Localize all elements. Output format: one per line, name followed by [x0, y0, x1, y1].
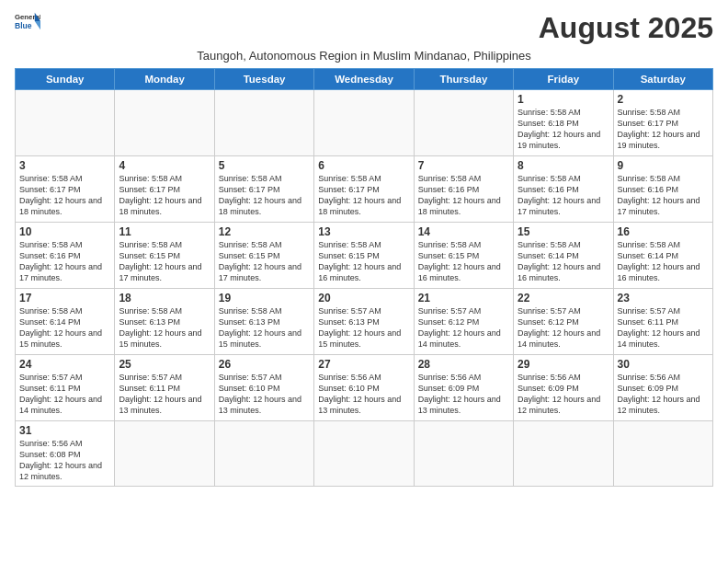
day-number: 13 — [318, 225, 409, 238]
day-cell: 9Sunrise: 5:58 AM Sunset: 6:16 PM Daylig… — [613, 156, 712, 223]
day-cell — [414, 90, 513, 156]
days-header-row: SundayMondayTuesdayWednesdayThursdayFrid… — [16, 69, 713, 90]
day-cell: 20Sunrise: 5:57 AM Sunset: 6:13 PM Dayli… — [314, 289, 414, 355]
day-cell — [115, 90, 214, 156]
day-info: Sunrise: 5:58 AM Sunset: 6:16 PM Dayligh… — [518, 173, 609, 218]
day-header-sunday: Sunday — [16, 69, 115, 90]
header-row: General Blue August 2025 — [15, 11, 713, 45]
svg-marker-3 — [35, 21, 40, 29]
day-header-friday: Friday — [514, 69, 613, 90]
logo-icon: General Blue — [15, 11, 40, 31]
day-info: Sunrise: 5:58 AM Sunset: 6:16 PM Dayligh… — [418, 173, 509, 218]
day-info: Sunrise: 5:57 AM Sunset: 6:12 PM Dayligh… — [418, 305, 509, 350]
day-cell: 3Sunrise: 5:58 AM Sunset: 6:17 PM Daylig… — [16, 156, 115, 223]
day-cell: 13Sunrise: 5:58 AM Sunset: 6:15 PM Dayli… — [314, 223, 414, 289]
day-info: Sunrise: 5:57 AM Sunset: 6:11 PM Dayligh… — [19, 372, 110, 417]
day-number: 29 — [518, 358, 609, 371]
day-cell: 4Sunrise: 5:58 AM Sunset: 6:17 PM Daylig… — [115, 156, 214, 223]
week-row-3: 10Sunrise: 5:58 AM Sunset: 6:16 PM Dayli… — [16, 223, 713, 289]
day-number: 1 — [518, 93, 609, 106]
day-info: Sunrise: 5:57 AM Sunset: 6:11 PM Dayligh… — [618, 305, 709, 350]
day-info: Sunrise: 5:57 AM Sunset: 6:12 PM Dayligh… — [518, 305, 609, 350]
day-number: 9 — [618, 159, 709, 172]
calendar-page: General Blue August 2025 Taungoh, Autono… — [0, 0, 728, 494]
day-cell: 14Sunrise: 5:58 AM Sunset: 6:15 PM Dayli… — [414, 223, 513, 289]
day-info: Sunrise: 5:57 AM Sunset: 6:10 PM Dayligh… — [219, 372, 310, 417]
day-cell — [613, 421, 712, 487]
day-cell — [214, 90, 313, 156]
day-number: 5 — [219, 159, 310, 172]
day-cell: 10Sunrise: 5:58 AM Sunset: 6:16 PM Dayli… — [16, 223, 115, 289]
day-cell — [214, 421, 313, 487]
day-info: Sunrise: 5:56 AM Sunset: 6:10 PM Dayligh… — [318, 372, 409, 417]
day-info: Sunrise: 5:58 AM Sunset: 6:17 PM Dayligh… — [19, 173, 110, 218]
day-cell — [16, 90, 115, 156]
week-row-6: 31Sunrise: 5:56 AM Sunset: 6:08 PM Dayli… — [16, 421, 713, 487]
day-cell — [314, 90, 414, 156]
day-cell: 5Sunrise: 5:58 AM Sunset: 6:17 PM Daylig… — [214, 156, 313, 223]
day-cell: 8Sunrise: 5:58 AM Sunset: 6:16 PM Daylig… — [514, 156, 613, 223]
day-header-monday: Monday — [115, 69, 214, 90]
day-number: 16 — [618, 225, 709, 238]
day-number: 24 — [19, 358, 110, 371]
day-cell: 18Sunrise: 5:58 AM Sunset: 6:13 PM Dayli… — [115, 289, 214, 355]
day-info: Sunrise: 5:56 AM Sunset: 6:09 PM Dayligh… — [618, 372, 709, 417]
day-info: Sunrise: 5:58 AM Sunset: 6:16 PM Dayligh… — [19, 239, 110, 284]
calendar-table: SundayMondayTuesdayWednesdayThursdayFrid… — [15, 68, 713, 487]
day-info: Sunrise: 5:58 AM Sunset: 6:17 PM Dayligh… — [318, 173, 409, 218]
day-number: 4 — [119, 159, 210, 172]
day-number: 3 — [19, 159, 110, 172]
day-number: 20 — [318, 292, 409, 304]
day-info: Sunrise: 5:58 AM Sunset: 6:15 PM Dayligh… — [418, 239, 509, 284]
logo: General Blue — [15, 11, 40, 31]
day-cell: 17Sunrise: 5:58 AM Sunset: 6:14 PM Dayli… — [16, 289, 115, 355]
day-cell: 21Sunrise: 5:57 AM Sunset: 6:12 PM Dayli… — [414, 289, 513, 355]
day-cell — [514, 421, 613, 487]
day-info: Sunrise: 5:56 AM Sunset: 6:09 PM Dayligh… — [418, 372, 509, 417]
day-number: 26 — [219, 358, 310, 371]
day-number: 11 — [119, 225, 210, 238]
week-row-5: 24Sunrise: 5:57 AM Sunset: 6:11 PM Dayli… — [16, 355, 713, 421]
day-cell: 19Sunrise: 5:58 AM Sunset: 6:13 PM Dayli… — [214, 289, 313, 355]
day-number: 17 — [19, 292, 110, 304]
day-cell: 31Sunrise: 5:56 AM Sunset: 6:08 PM Dayli… — [16, 421, 115, 487]
day-info: Sunrise: 5:58 AM Sunset: 6:13 PM Dayligh… — [119, 305, 210, 350]
day-info: Sunrise: 5:56 AM Sunset: 6:09 PM Dayligh… — [518, 372, 609, 417]
day-number: 21 — [418, 292, 509, 304]
day-info: Sunrise: 5:58 AM Sunset: 6:14 PM Dayligh… — [618, 239, 709, 284]
day-cell: 6Sunrise: 5:58 AM Sunset: 6:17 PM Daylig… — [314, 156, 414, 223]
day-cell — [115, 421, 214, 487]
day-number: 31 — [19, 424, 110, 437]
day-cell: 11Sunrise: 5:58 AM Sunset: 6:15 PM Dayli… — [115, 223, 214, 289]
day-header-tuesday: Tuesday — [214, 69, 313, 90]
day-number: 19 — [219, 292, 310, 304]
day-cell: 12Sunrise: 5:58 AM Sunset: 6:15 PM Dayli… — [214, 223, 313, 289]
day-number: 10 — [19, 225, 110, 238]
day-cell: 29Sunrise: 5:56 AM Sunset: 6:09 PM Dayli… — [514, 355, 613, 421]
day-cell — [314, 421, 414, 487]
day-info: Sunrise: 5:58 AM Sunset: 6:15 PM Dayligh… — [318, 239, 409, 284]
day-number: 8 — [518, 159, 609, 172]
day-cell: 27Sunrise: 5:56 AM Sunset: 6:10 PM Dayli… — [314, 355, 414, 421]
day-number: 15 — [518, 225, 609, 238]
day-cell: 15Sunrise: 5:58 AM Sunset: 6:14 PM Dayli… — [514, 223, 613, 289]
day-number: 28 — [418, 358, 509, 371]
day-info: Sunrise: 5:58 AM Sunset: 6:17 PM Dayligh… — [219, 173, 310, 218]
day-cell: 2Sunrise: 5:58 AM Sunset: 6:17 PM Daylig… — [613, 90, 712, 156]
day-number: 12 — [219, 225, 310, 238]
day-info: Sunrise: 5:58 AM Sunset: 6:15 PM Dayligh… — [119, 239, 210, 284]
day-number: 22 — [518, 292, 609, 304]
day-info: Sunrise: 5:56 AM Sunset: 6:08 PM Dayligh… — [19, 438, 110, 483]
day-cell: 1Sunrise: 5:58 AM Sunset: 6:18 PM Daylig… — [514, 90, 613, 156]
subtitle: Taungoh, Autonomous Region in Muslim Min… — [15, 49, 713, 63]
day-number: 7 — [418, 159, 509, 172]
day-cell: 28Sunrise: 5:56 AM Sunset: 6:09 PM Dayli… — [414, 355, 513, 421]
day-header-wednesday: Wednesday — [314, 69, 414, 90]
day-header-thursday: Thursday — [414, 69, 513, 90]
day-info: Sunrise: 5:58 AM Sunset: 6:16 PM Dayligh… — [618, 173, 709, 218]
day-cell: 7Sunrise: 5:58 AM Sunset: 6:16 PM Daylig… — [414, 156, 513, 223]
day-number: 23 — [618, 292, 709, 304]
day-cell: 16Sunrise: 5:58 AM Sunset: 6:14 PM Dayli… — [613, 223, 712, 289]
day-number: 14 — [418, 225, 509, 238]
day-info: Sunrise: 5:58 AM Sunset: 6:13 PM Dayligh… — [219, 305, 310, 350]
